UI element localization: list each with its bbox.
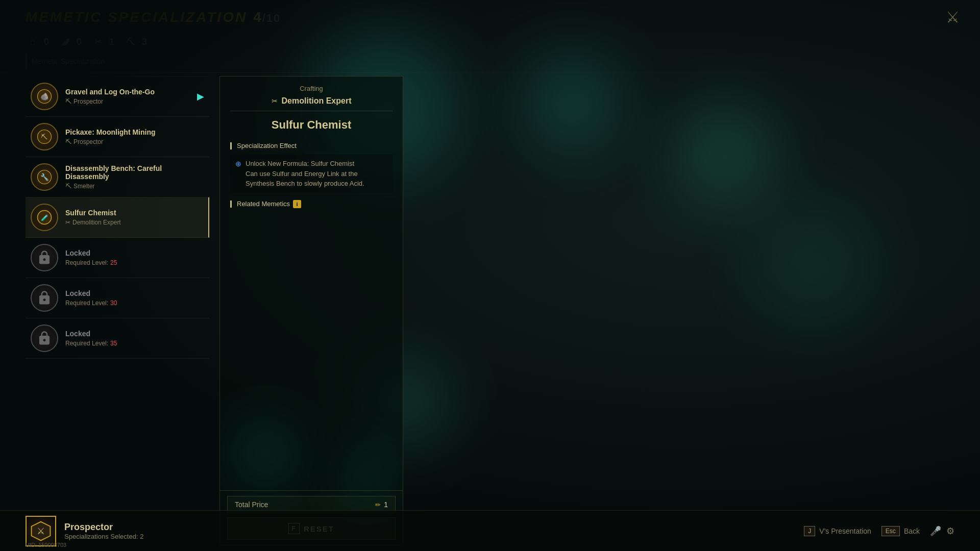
effect-plus-icon: ⊕ [235,160,241,168]
skill-name-pickaxe: Pickaxe: Moonlight Mining [65,128,204,136]
svg-text:🪨: 🪨 [40,92,49,101]
skill-item-locked-2: Locked Required Level: 30 [26,278,209,318]
skill-sub-locked-2: Required Level: 30 [65,299,204,307]
key-esc-label: Back [904,527,920,535]
skill-item-locked-3: Locked Required Level: 35 [26,318,209,359]
price-number: 1 [384,500,388,509]
skill-sub-icon-disassembly: ⛏ [65,183,71,190]
related-memetics-header: Related Memetics i [230,200,393,208]
skill-info-disassembly: Disassembly Bench: Careful Disassembly ⛏… [65,164,204,190]
main-container: ⚔ MEMETIC SPECIALIZATION 4/10 ⌂ 0 0 ✂ 1 … [0,0,980,551]
skill-item-sulfur[interactable]: 🧪 Sulfur Chemist ✂ Demolition Expert [26,197,209,238]
skill-info-locked-2: Locked Required Level: 30 [65,289,204,307]
top-right-emblem: ⚔ [946,8,960,26]
skill-icon-locked-1 [31,244,58,271]
svg-text:⛏: ⛏ [41,133,48,141]
skill-item-disassembly[interactable]: 🔧 Disassembly Bench: Careful Disassembly… [26,157,209,197]
skill-sub-disassembly: ⛏ Smelter [65,183,204,190]
skill-info-sulfur: Sulfur Chemist ✂ Demolition Expert [65,209,203,226]
specialization-effect-header: Specialization Effect [230,142,393,149]
skill-sub-sulfur: ✂ Demolition Expert [65,219,203,226]
info-icon: i [293,200,301,208]
player-details: Prospector Specializations Selected: 2 [64,522,143,540]
skill-icon-gravel: 🪨 [31,83,58,110]
effect-item: ⊕ Unlock New Formula: Sulfur Chemist Can… [230,155,393,193]
skill-item-locked-1: Locked Required Level: 25 [26,238,209,278]
price-icon: ✏ [375,501,381,509]
skill-name-locked-2: Locked [65,289,204,297]
key-j-label: V's Presentation [819,527,871,535]
skill-icon-disassembly: 🔧 [31,163,58,191]
skill-icon-locked-2 [31,284,58,312]
total-price-label: Total Price [235,500,268,509]
skill-name-locked-3: Locked [65,330,204,338]
skill-name-disassembly: Disassembly Bench: Careful Disassembly [65,164,204,181]
bg-orb-5 [521,51,623,153]
settings-circle-icon: ⚙ [946,525,954,537]
total-price-value: ✏ 1 [375,500,388,509]
bottom-right: J V's Presentation Esc Back 🎤 ⚙ [804,525,954,537]
bottom-bar: ⚔ Prospector Specializations Selected: 2… [0,510,980,551]
key-esc-badge: Esc [881,526,900,536]
bg-orb-2 [674,102,776,204]
skill-sub-icon-gravel: ⛏ [65,98,71,105]
cursor-gravel: ▶ [197,91,204,102]
skill-info-locked-3: Locked Required Level: 35 [65,330,204,347]
skill-sub-icon-pickaxe: ⛏ [65,138,71,145]
skill-info-locked-1: Locked Required Level: 25 [65,249,204,266]
svg-text:🧪: 🧪 [41,214,48,221]
key-hint-presentation: J V's Presentation [804,526,871,536]
key-hint-back: Esc Back [881,526,920,536]
uid-text: UID: 150008703 [26,542,66,548]
skill-item-pickaxe[interactable]: ⛏ Pickaxe: Moonlight Mining ⛏ Prospector [26,117,209,157]
skill-icon-sulfur: 🧪 [31,204,58,231]
svg-text:🔧: 🔧 [40,173,49,182]
microphone-icon: 🎤 [930,525,941,537]
detail-parent-skill-name: Demolition Expert [282,96,352,106]
skill-info-pickaxe: Pickaxe: Moonlight Mining ⛏ Prospector [65,128,204,145]
player-name: Prospector [64,522,143,533]
key-j-badge: J [804,526,815,536]
skill-info-gravel: Gravel and Log On-the-Go ⛏ Prospector [65,88,190,105]
audio-icons: 🎤 ⚙ [930,525,954,537]
detail-category: Crafting [230,85,393,92]
detail-panel: Crafting ✂ Demolition Expert Sulfur Chem… [219,76,403,545]
skill-sub-locked-3: Required Level: 35 [65,340,204,347]
skill-name-sulfur: Sulfur Chemist [65,209,203,217]
skill-item-gravel[interactable]: 🪨 Gravel and Log On-the-Go ⛏ Prospector … [26,77,209,117]
skill-sub-locked-1: Required Level: 25 [65,259,204,266]
skill-sub-pickaxe: ⛏ Prospector [65,138,204,145]
skill-name-gravel: Gravel and Log On-the-Go [65,88,190,96]
skill-icon-locked-3 [31,324,58,352]
detail-content: Crafting ✂ Demolition Expert Sulfur Chem… [220,77,403,490]
effect-text: Unlock New Formula: Sulfur Chemist Can u… [246,159,364,189]
skill-icon-pickaxe: ⛏ [31,123,58,151]
detail-skill-icon: ✂ [272,97,278,105]
player-spec: Specializations Selected: 2 [64,533,143,540]
bg-orb-3 [750,204,878,332]
skill-sub-gravel: ⛏ Prospector [65,98,190,105]
skill-sub-icon-sulfur: ✂ [65,219,70,226]
detail-skill-header: ✂ Demolition Expert [230,96,393,111]
svg-text:⚔: ⚔ [37,525,45,536]
skill-name-locked-1: Locked [65,249,204,257]
detail-main-name: Sulfur Chemist [230,118,393,132]
